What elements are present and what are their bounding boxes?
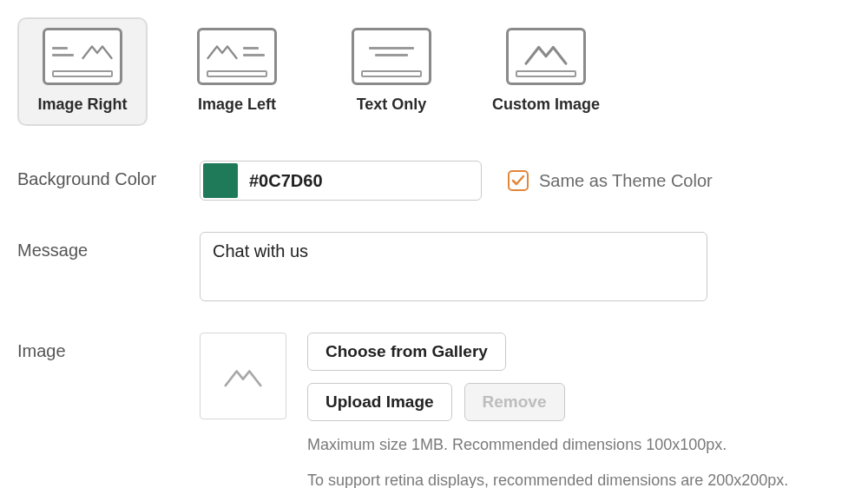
image-placeholder-icon xyxy=(82,40,113,63)
message-textarea[interactable] xyxy=(200,232,707,301)
image-placeholder-icon xyxy=(224,363,262,389)
option-image-left[interactable]: Image Left xyxy=(172,17,302,126)
option-preview xyxy=(352,28,431,85)
upload-image-button[interactable]: Upload Image xyxy=(307,383,452,421)
option-preview xyxy=(43,28,122,85)
remove-image-button[interactable]: Remove xyxy=(464,383,565,421)
option-label: Image Right xyxy=(37,96,127,114)
color-swatch[interactable] xyxy=(203,163,238,198)
choose-from-gallery-button[interactable]: Choose from Gallery xyxy=(307,333,506,371)
image-placeholder-icon xyxy=(207,40,238,63)
image-hint-2: To support retina displays, recommended … xyxy=(307,469,788,488)
row-message: Message xyxy=(17,232,851,301)
color-input-group xyxy=(200,161,482,201)
option-label: Text Only xyxy=(357,96,427,114)
check-icon xyxy=(511,174,525,188)
image-hint-1: Maximum size 1MB. Recommended dimensions… xyxy=(307,433,788,457)
layout-options-row: Image Right Image Left xyxy=(17,17,851,126)
option-custom-image[interactable]: Custom Image xyxy=(481,17,611,126)
option-label: Image Left xyxy=(198,96,276,114)
option-label: Custom Image xyxy=(492,96,600,114)
image-thumbnail[interactable] xyxy=(200,333,286,419)
image-placeholder-icon xyxy=(524,38,568,64)
image-label: Image xyxy=(17,333,200,361)
option-preview xyxy=(506,28,586,85)
same-as-theme-checkbox[interactable] xyxy=(508,170,529,191)
option-text-only[interactable]: Text Only xyxy=(326,17,457,126)
message-label: Message xyxy=(17,232,200,260)
option-preview xyxy=(197,28,277,85)
color-hex-input[interactable] xyxy=(240,170,481,192)
same-as-theme-label: Same as Theme Color xyxy=(539,171,713,191)
row-background-color: Background Color Same as Theme Color xyxy=(17,161,851,201)
option-image-right[interactable]: Image Right xyxy=(17,17,148,126)
background-color-label: Background Color xyxy=(17,161,200,189)
row-image: Image Choose from Gallery Upload Image R… xyxy=(17,333,851,488)
